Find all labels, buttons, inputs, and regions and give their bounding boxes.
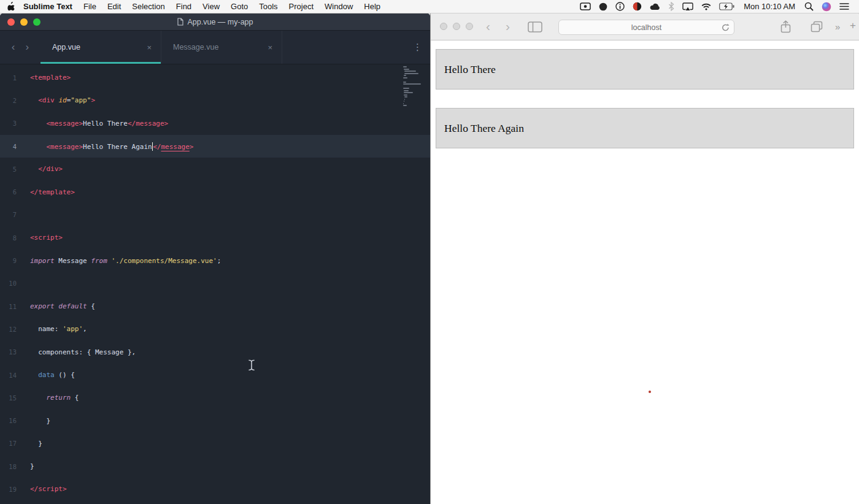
code-line-7[interactable]: 7 bbox=[0, 204, 430, 226]
refresh-button[interactable] bbox=[722, 23, 730, 32]
close-window-button[interactable] bbox=[440, 23, 447, 30]
new-tab-button[interactable]: + bbox=[850, 17, 856, 34]
ibeam-cursor bbox=[247, 359, 256, 373]
tab-close-icon[interactable]: × bbox=[145, 43, 153, 52]
code-line-12[interactable]: 12 name: 'app', bbox=[0, 318, 430, 340]
red-circle-status-icon[interactable] bbox=[633, 2, 642, 11]
circle-status-icon[interactable] bbox=[599, 2, 607, 11]
code-line-3[interactable]: 3 <message>Hello There</message> bbox=[0, 112, 430, 135]
tab-message-vue[interactable]: Message.vue× bbox=[161, 31, 282, 64]
code-line-11[interactable]: 11export default { bbox=[0, 295, 430, 318]
code-line-9[interactable]: 9import Message from './components/Messa… bbox=[0, 249, 430, 272]
code-line-19[interactable]: 19</script> bbox=[0, 478, 430, 500]
minimap-line bbox=[404, 75, 406, 76]
line-number: 7 bbox=[0, 211, 22, 218]
tab-app-vue[interactable]: App.vue× bbox=[40, 31, 161, 64]
battery-charging-icon[interactable] bbox=[719, 2, 734, 10]
code-segment: <div bbox=[38, 96, 58, 104]
siri-icon[interactable] bbox=[822, 2, 831, 12]
menu-file[interactable]: File bbox=[78, 2, 102, 11]
minimize-window-button[interactable] bbox=[453, 23, 460, 30]
spotlight-search-icon[interactable] bbox=[804, 2, 814, 11]
line-content: <script> bbox=[22, 234, 63, 242]
code-segment: Hello There Again bbox=[83, 143, 152, 151]
address-bar[interactable]: localhost bbox=[558, 20, 734, 35]
browser-viewport[interactable]: Hello ThereHello There Again bbox=[431, 40, 859, 504]
code-line-15[interactable]: 15 return { bbox=[0, 386, 430, 409]
tab-overflow-button[interactable]: ⋮ bbox=[413, 31, 422, 64]
line-content: } bbox=[22, 417, 50, 425]
code-segment: './components/Message.vue' bbox=[111, 257, 217, 265]
message-list: Hello ThereHello There Again bbox=[436, 49, 854, 148]
menu-bar-clock[interactable]: Mon 10:10 AM bbox=[742, 2, 796, 11]
menu-edit[interactable]: Edit bbox=[102, 2, 126, 11]
line-content: import Message from './components/Messag… bbox=[22, 257, 221, 265]
code-line-6[interactable]: 6</template> bbox=[0, 180, 430, 203]
zoom-window-button[interactable] bbox=[466, 23, 473, 30]
tab-overview-button[interactable] bbox=[811, 21, 823, 32]
code-line-8[interactable]: 8<script> bbox=[0, 226, 430, 249]
cloud-icon[interactable] bbox=[650, 3, 660, 10]
line-number: 8 bbox=[0, 234, 22, 242]
code-line-5[interactable]: 5 </div> bbox=[0, 158, 430, 180]
code-segment bbox=[30, 165, 38, 173]
wifi-icon[interactable] bbox=[701, 3, 711, 10]
list-icon[interactable] bbox=[839, 2, 849, 10]
info-icon[interactable] bbox=[615, 2, 625, 11]
code-segment: message bbox=[161, 143, 189, 151]
code-segment: } bbox=[30, 417, 50, 425]
code-segment: name: bbox=[30, 325, 63, 333]
apple-menu-icon[interactable] bbox=[7, 2, 15, 11]
code-segment: ; bbox=[217, 257, 221, 265]
code-line-1[interactable]: 1<template> bbox=[0, 66, 430, 89]
code-line-14[interactable]: 14 data () { bbox=[0, 364, 430, 386]
toolbar-overflow-button[interactable]: » bbox=[835, 18, 840, 36]
line-number: 12 bbox=[0, 326, 22, 333]
code-line-13[interactable]: 13 components: { Message }, bbox=[0, 341, 430, 364]
sidebar-toggle-button[interactable] bbox=[528, 21, 542, 32]
browser-forward-button[interactable]: › bbox=[506, 18, 510, 35]
code-line-2[interactable]: 2 <div id="app"> bbox=[0, 89, 430, 112]
safari-toolbar[interactable]: ‹ › localhost » + bbox=[431, 13, 859, 40]
nav-forward-button[interactable]: › bbox=[26, 41, 29, 53]
share-button[interactable] bbox=[780, 20, 791, 33]
screen-mirroring-icon[interactable] bbox=[682, 2, 693, 11]
code-line-18[interactable]: 18} bbox=[0, 455, 430, 478]
menu-selection[interactable]: Selection bbox=[126, 2, 170, 11]
browser-back-button[interactable]: ‹ bbox=[486, 18, 490, 35]
menu-goto[interactable]: Goto bbox=[225, 2, 253, 11]
code-line-4[interactable]: 4 <message>Hello There Again</message> bbox=[0, 135, 430, 158]
minimap-line bbox=[404, 71, 416, 72]
screen-recording-icon[interactable] bbox=[580, 2, 591, 10]
window-controls-inactive bbox=[440, 23, 473, 30]
menu-project[interactable]: Project bbox=[283, 2, 319, 11]
line-content: </script> bbox=[22, 485, 67, 493]
sublime-title-bar[interactable]: App.vue — my-app bbox=[0, 13, 430, 31]
code-line-16[interactable]: 16 } bbox=[0, 409, 430, 432]
code-segment: > bbox=[190, 143, 194, 151]
menu-find[interactable]: Find bbox=[171, 2, 197, 11]
nav-back-button[interactable]: ‹ bbox=[12, 41, 15, 53]
window-title: App.vue — my-app bbox=[177, 18, 253, 26]
code-segment: "app" bbox=[71, 96, 91, 104]
code-editor[interactable]: 1<template>2 <div id="app">3 <message>He… bbox=[0, 64, 430, 504]
minimap[interactable] bbox=[403, 66, 426, 107]
close-window-button[interactable] bbox=[7, 18, 15, 26]
tab-close-icon[interactable]: × bbox=[266, 43, 274, 52]
window-controls bbox=[7, 18, 40, 26]
bluetooth-icon[interactable] bbox=[668, 2, 674, 11]
line-content: data () { bbox=[22, 371, 75, 379]
code-line-17[interactable]: 17 } bbox=[0, 432, 430, 455]
zoom-window-button[interactable] bbox=[33, 18, 40, 26]
menu-tools[interactable]: Tools bbox=[253, 2, 283, 11]
code-segment: export default bbox=[30, 302, 87, 310]
code-segment: data bbox=[38, 371, 55, 379]
minimize-window-button[interactable] bbox=[20, 18, 28, 26]
menu-app-name[interactable]: Sublime Text bbox=[18, 2, 78, 11]
code-line-10[interactable]: 10 bbox=[0, 272, 430, 295]
menu-view[interactable]: View bbox=[197, 2, 225, 11]
menu-window[interactable]: Window bbox=[319, 2, 358, 11]
line-number: 9 bbox=[0, 257, 22, 264]
code-segment: Message bbox=[55, 257, 91, 265]
menu-help[interactable]: Help bbox=[358, 2, 386, 11]
